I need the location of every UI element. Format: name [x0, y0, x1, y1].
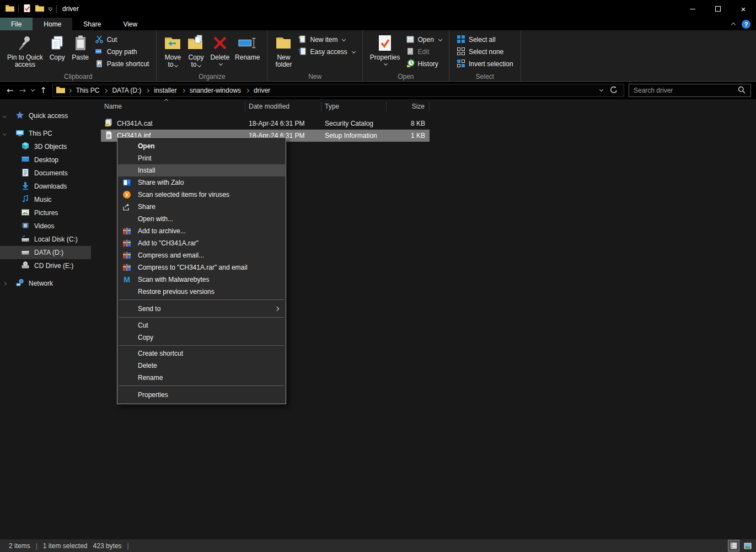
file-type: Setup Information	[321, 132, 387, 140]
delete-button[interactable]: Delete	[207, 32, 232, 66]
sidebar-item-pictures[interactable]: Pictures	[0, 206, 91, 219]
forward-icon[interactable]: →	[19, 87, 26, 95]
search-icon[interactable]	[737, 85, 746, 96]
sidebar-item-quick-access[interactable]: Quick access	[0, 109, 91, 122]
details-view-button[interactable]	[728, 540, 739, 551]
large-icons-view-button[interactable]	[742, 540, 753, 551]
column-header-size[interactable]: Size	[387, 101, 430, 111]
column-header-type[interactable]: Type	[321, 101, 387, 111]
copy-path-button[interactable]: Copy path	[92, 46, 152, 58]
menu-item-cut[interactable]: Cut	[118, 319, 285, 331]
easy-access-button[interactable]: Easy access	[295, 46, 357, 58]
breadcrumb-snander-windows[interactable]: snander-windows	[186, 87, 245, 94]
pin-to-quick-access-button[interactable]: Pin to Quick access	[4, 32, 46, 69]
help-icon[interactable]: ?	[742, 20, 750, 29]
breadcrumb[interactable]: This PC DATA (D:) installer snander-wind…	[52, 84, 624, 97]
close-button[interactable]: ×	[731, 0, 756, 18]
column-header-name[interactable]: Name	[101, 101, 245, 111]
edit-button[interactable]: Edit	[403, 46, 444, 58]
sidebar-item-videos[interactable]: Videos	[0, 219, 91, 233]
cut-button[interactable]: Cut	[92, 34, 152, 46]
menu-item-scan-with-malwarebytes[interactable]: M Scan with Malwarebytes	[118, 274, 285, 286]
paste-shortcut-button[interactable]: Paste shortcut	[92, 58, 152, 70]
sidebar-item-network[interactable]: Network	[0, 277, 91, 290]
breadcrumb-data-d[interactable]: DATA (D:)	[108, 87, 145, 94]
address-bar: ← → ↑ This PC DATA (D:) installer snande…	[0, 82, 756, 99]
history-button[interactable]: History	[403, 58, 444, 70]
search-input[interactable]	[634, 87, 737, 94]
sidebar-item-music[interactable]: Music	[0, 193, 91, 206]
sidebar-item-documents[interactable]: Documents	[0, 167, 91, 180]
breadcrumb-this-pc[interactable]: This PC	[72, 87, 104, 94]
breadcrumb-installer[interactable]: installer	[150, 87, 180, 94]
collapse-ribbon-icon[interactable]	[731, 23, 736, 27]
menu-item-rename[interactable]: Rename	[118, 372, 285, 384]
qat-customize-icon[interactable]	[48, 8, 52, 10]
maximize-button[interactable]	[705, 0, 731, 18]
menu-item-open[interactable]: Open	[118, 140, 285, 152]
expand-icon[interactable]	[3, 114, 7, 117]
menu-item-compress-to-rar-and-email[interactable]: Compress to "CH341A.rar" and email	[118, 261, 285, 274]
sidebar-item-cd-drive-e[interactable]: CD Drive (E:)	[0, 259, 91, 272]
search-box[interactable]	[629, 84, 751, 97]
up-icon[interactable]: ↑	[40, 87, 47, 95]
menu-item-delete[interactable]: Delete	[118, 360, 285, 372]
details-view-icon	[730, 542, 737, 549]
column-header-date-modified[interactable]: Date modified	[245, 101, 321, 111]
qat-divider	[18, 5, 19, 13]
menu-item-print[interactable]: Print	[118, 152, 285, 164]
menu-item-send-to[interactable]: Send to	[118, 302, 285, 315]
sidebar-label: Videos	[34, 222, 54, 230]
menu-item-properties[interactable]: Properties	[118, 388, 285, 401]
paste-button[interactable]: Paste	[69, 32, 92, 62]
tab-share-label: Share	[83, 20, 101, 28]
menu-item-share-with-zalo[interactable]: Share with Zalo	[118, 176, 285, 189]
menu-item-compress-and-email[interactable]: Compress and email...	[118, 249, 285, 261]
open-button[interactable]: Open	[403, 34, 444, 46]
move-to-button[interactable]: Move to	[161, 32, 184, 69]
menu-item-scan-for-viruses[interactable]: Scan selected items for viruses	[118, 189, 285, 201]
menu-item-share[interactable]: Share	[118, 201, 285, 213]
breadcrumb-driver[interactable]: driver	[250, 87, 274, 94]
copy-button[interactable]: Copy	[46, 32, 69, 62]
select-all-button[interactable]: Select all	[454, 34, 516, 46]
menu-item-install[interactable]: Install	[118, 164, 285, 176]
back-icon[interactable]: ←	[7, 87, 14, 95]
menu-item-add-to-rar[interactable]: Add to "CH341A.rar"	[118, 237, 285, 249]
address-dropdown-icon[interactable]	[599, 88, 603, 92]
expand-icon[interactable]	[3, 281, 7, 285]
sidebar-label: Network	[29, 280, 53, 287]
sidebar-item-this-pc[interactable]: This PC	[0, 127, 91, 140]
expand-icon[interactable]	[3, 131, 7, 135]
copy-to-icon	[187, 33, 205, 53]
tab-share[interactable]: Share	[72, 18, 112, 30]
rename-button[interactable]: Rename	[232, 32, 262, 62]
tab-file[interactable]: File	[0, 18, 33, 30]
invert-selection-button[interactable]: Invert selection	[454, 58, 516, 70]
sidebar-item-desktop[interactable]: Desktop	[0, 153, 91, 167]
select-all-label: Select all	[469, 36, 496, 44]
qat-new-folder-icon[interactable]	[35, 4, 44, 14]
file-row-ch341a-cat[interactable]: CH341A.cat 18-Apr-24 6:31 PM Security Ca…	[101, 117, 430, 130]
sidebar-item-data-d[interactable]: DATA (D:)	[0, 246, 91, 259]
new-item-button[interactable]: New item	[295, 34, 357, 46]
new-folder-button[interactable]: New folder	[272, 32, 295, 69]
tab-home[interactable]: Home	[33, 18, 72, 30]
sidebar-item-local-disk-c[interactable]: Local Disk (C:)	[0, 233, 91, 246]
menu-item-add-to-archive[interactable]: Add to archive...	[118, 225, 285, 237]
menu-item-copy[interactable]: Copy	[118, 331, 285, 344]
sidebar-item-3d-objects[interactable]: 3D Objects	[0, 140, 91, 153]
select-none-button[interactable]: Select none	[454, 46, 516, 58]
sidebar-item-downloads[interactable]: Downloads	[0, 180, 91, 193]
properties-button[interactable]: Properties	[367, 32, 403, 66]
recent-locations-icon[interactable]	[31, 88, 35, 92]
copy-to-button[interactable]: Copy to	[184, 32, 207, 69]
tab-view[interactable]: View	[112, 18, 148, 30]
qat-properties-icon[interactable]	[23, 4, 31, 14]
menu-item-create-shortcut[interactable]: Create shortcut	[118, 347, 285, 360]
menu-label: Add to archive...	[138, 227, 186, 235]
menu-item-restore-previous-versions[interactable]: Restore previous versions	[118, 286, 285, 298]
refresh-icon[interactable]	[609, 85, 618, 96]
minimize-button[interactable]	[680, 0, 705, 18]
menu-item-open-with[interactable]: Open with...	[118, 213, 285, 225]
